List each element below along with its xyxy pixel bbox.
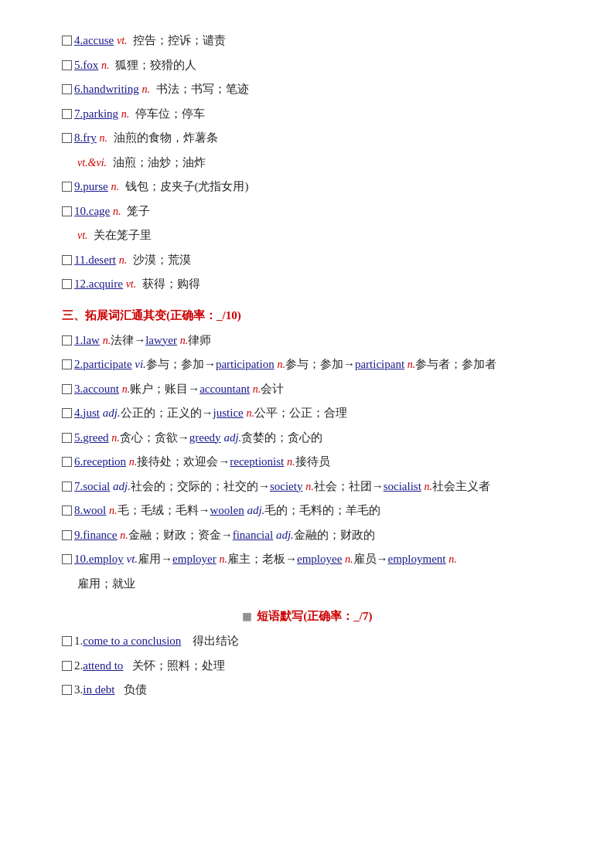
checkbox-7[interactable] [62,109,72,119]
checkbox-v8[interactable] [62,505,72,516]
phrase-2: 2.attend to 关怀；照料；处理 [62,656,552,676]
vocab-7: 7.social adj.社会的；交际的；社交的→society n.社会；社团… [62,477,552,497]
checkbox-v5[interactable] [62,433,72,443]
checkbox-v7[interactable] [62,482,72,492]
phrase-3: 3.in debt 负债 [62,680,552,700]
phrase-section-title: ▦ 短语默写(正确率：_/7) [62,609,552,624]
vocab-1: 1.law n.法律→lawyer n.律师 [62,331,552,351]
checkbox-5[interactable] [62,60,72,70]
checkbox-p1[interactable] [62,636,72,646]
entry-9: 9.purse n. 钱包；皮夹子(尤指女用) [62,177,552,197]
checkbox-v2[interactable] [62,359,72,369]
checkbox-v6[interactable] [62,457,72,467]
checkbox-10[interactable] [62,206,72,216]
entry-10b: vt. 关在笼子里 [77,226,552,246]
entry-7: 7.parking n. 停车位；停车 [62,104,552,124]
checkbox-6[interactable] [62,84,72,94]
vocab-6: 6.reception n.接待处；欢迎会→receptionist n.接待员 [62,452,552,472]
vocab-3: 3.account n.账户；账目→accountant n.会计 [62,380,552,400]
entry-8b: vt.&vi. 油煎；油炒；油炸 [77,153,552,173]
checkbox-4[interactable] [62,36,72,46]
entry-5: 5.fox n. 狐狸；狡猾的人 [62,56,552,76]
vocab-2: 2.participate vi.参与；参加→participation n.参… [62,355,552,375]
section3-title: 三、拓展词汇通其变(正确率：_/10) [62,308,552,323]
vocab-5: 5.greed n.贪心；贪欲→greedy adj.贪婪的；贪心的 [62,428,552,448]
entry-11: 11.desert n. 沙漠；荒漠 [62,250,552,271]
vocab-10b: 雇用；就业 [77,574,552,594]
checkbox-v3[interactable] [62,384,72,394]
checkbox-v9[interactable] [62,530,72,540]
checkbox-p2[interactable] [62,661,72,671]
vocab-8: 8.wool n.毛；毛绒；毛料→woolen adj.毛的；毛料的；羊毛的 [62,501,552,521]
checkbox-p3[interactable] [62,685,72,695]
checkbox-v4[interactable] [62,408,72,418]
checkbox-v10[interactable] [62,554,72,564]
entry-8: 8.fry n. 油煎的食物，炸薯条 [62,128,552,148]
vocab-9: 9.finance n.金融；财政；资金→financial adj.金融的；财… [62,526,552,546]
checkbox-v1[interactable] [62,335,72,345]
checkbox-11[interactable] [62,255,72,265]
vocab-4: 4.just adj.公正的；正义的→justice n.公平；公正；合理 [62,403,552,424]
checkbox-9[interactable] [62,182,72,192]
entry-6: 6.handwriting n. 书法；书写；笔迹 [62,80,552,100]
checkbox-12[interactable] [62,279,72,289]
checkbox-8[interactable] [62,133,72,143]
entry-12: 12.acquire vt. 获得；购得 [62,274,552,294]
phrase-1: 1.come to a conclusion 得出结论 [62,631,552,652]
table-icon: ▦ [242,611,251,622]
entry-10: 10.cage n. 笼子 [62,202,552,222]
vocab-10: 10.employ vt.雇用→employer n.雇主；老板→employe… [62,550,552,570]
entry-4: 4.accuse vt. 控告；控诉；谴责 [62,31,552,51]
